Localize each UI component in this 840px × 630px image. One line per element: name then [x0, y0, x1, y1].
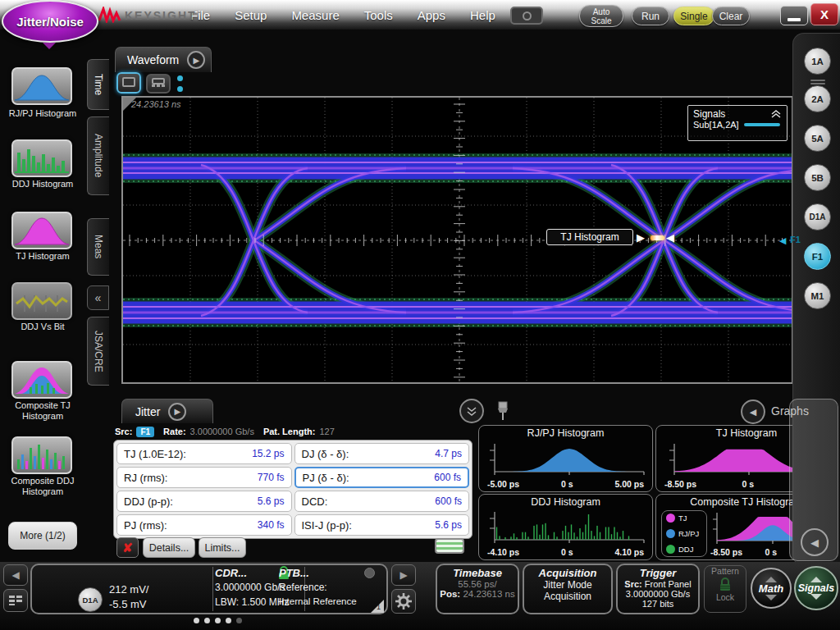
waveform-tab-menu-button[interactable]: ▶	[187, 51, 205, 69]
more-pages-button[interactable]: More (1/2)	[8, 522, 77, 550]
result-cell-pj-rms[interactable]: PJ (rms):340 fs	[116, 514, 292, 536]
close-button[interactable]: X	[810, 3, 838, 25]
menu-tools[interactable]: Tools	[364, 8, 393, 22]
status-nav-left-button[interactable]: ◀	[3, 564, 28, 586]
menu-apps[interactable]: Apps	[418, 8, 445, 22]
sidebar-item-tj-histogram[interactable]	[11, 212, 72, 249]
channel-m1-button[interactable]: M1	[804, 282, 831, 309]
graphs-panel-arrow-button[interactable]: ◀	[741, 399, 765, 424]
multi-view-layout-button[interactable]	[146, 74, 171, 94]
trigger-panel[interactable]: Trigger Src: Front Panel 3.0000000 Gb/s …	[616, 564, 700, 614]
graphs-tab-label[interactable]: Graphs	[771, 404, 809, 418]
cdr-panel-title[interactable]: CDR...	[215, 567, 247, 579]
rate-value: 3.0000000 Gb/s	[190, 427, 254, 436]
timebase-title: Timebase	[437, 567, 518, 579]
result-cell-dcd[interactable]: DCD:600 fs	[294, 491, 470, 512]
channel-1a-button[interactable]: 1A	[804, 48, 831, 75]
tab-amplitude[interactable]: Amplitude	[87, 116, 109, 195]
clear-button[interactable]: Clear	[712, 7, 750, 25]
slide-panel-arrow-button[interactable]: ◀	[801, 528, 829, 556]
pattern-length-value: 127	[319, 427, 334, 436]
sidebar-item-rjpj-histogram[interactable]	[11, 67, 72, 105]
ptb-status-dot-icon	[364, 568, 375, 578]
channel-2a-button[interactable]: 2A	[804, 85, 831, 112]
run-button[interactable]: Run	[632, 7, 669, 25]
ddj-histogram-chart	[483, 507, 647, 545]
sidebar-label: Composite TJ Histogram	[0, 400, 85, 422]
acquisition-title: Acquisition	[524, 567, 611, 579]
sidebar-collapse-button[interactable]: «	[87, 285, 109, 310]
jitter-noise-mode-button[interactable]: Jitter/Noise	[2, 0, 98, 43]
result-cell-tj[interactable]: TJ (1.0E-12):15.2 ps	[116, 443, 292, 464]
chart-card-rjpj-histogram[interactable]: RJ/PJ Histogram -5.00 ps0 s5.00 ps	[478, 425, 653, 492]
details-button[interactable]: Details...	[143, 537, 195, 558]
sidebar-item-composite-ddj-histogram[interactable]	[11, 436, 72, 474]
sidebar-item-ddj-vs-bit[interactable]	[11, 282, 72, 320]
result-cell-pj-dd[interactable]: PJ (δ - δ):600 fs	[294, 467, 470, 488]
channel-5a-button[interactable]: 5A	[804, 125, 831, 152]
result-cell-ddj[interactable]: DDJ (p-p):5.6 ps	[116, 491, 292, 512]
acquisition-panel[interactable]: Acquisition Jitter Mode Acquisition	[523, 564, 613, 614]
sidebar-item-composite-tj-histogram[interactable]	[11, 361, 72, 399]
f1-trace-marker-label: F1	[790, 235, 801, 244]
src-f1-badge[interactable]: F1	[136, 427, 154, 437]
signals-button[interactable]: Signals	[794, 566, 838, 610]
jitter-tab[interactable]: Jitter ▶	[121, 399, 213, 423]
pattern-length-label: Pat. Length:	[263, 427, 316, 436]
channel-d1a-button[interactable]: D1A	[804, 203, 831, 231]
ptb-corner-number: 1	[377, 603, 381, 611]
ptb-panel-title[interactable]: PTB...	[279, 567, 309, 579]
result-cell-rj[interactable]: RJ (rms):770 fs	[116, 467, 292, 488]
menu-setup[interactable]: Setup	[235, 8, 267, 22]
status-grid-view-button[interactable]	[3, 589, 28, 612]
jitter-tab-menu-button[interactable]: ▶	[168, 403, 186, 421]
minimize-button[interactable]	[780, 6, 808, 25]
sidebar-label: Composite DDJ Histogram	[0, 476, 85, 497]
pattern-lock-panel[interactable]: Pattern Lock	[704, 565, 746, 613]
channel-f1-button[interactable]: F1	[804, 243, 831, 270]
tj-legend-dot-icon	[666, 514, 675, 523]
timebase-position: 24.23613 ns	[463, 589, 514, 599]
clear-results-button[interactable]: ✘	[116, 537, 139, 558]
tab-meas[interactable]: Meas	[87, 218, 109, 276]
waveform-tab-label: Waveform	[127, 53, 179, 66]
tab-time[interactable]: Time	[87, 59, 109, 110]
sidebar-item-ddj-histogram[interactable]	[11, 139, 72, 177]
status-d1a-button[interactable]: D1A	[78, 587, 103, 612]
result-cell-dj[interactable]: DJ (δ - δ):4.7 ps	[294, 443, 470, 464]
chart-xticks: -4.10 ps0 s4.10 ps	[487, 547, 644, 557]
math-up-arrow-icon	[765, 577, 777, 582]
tab-jsa-cre[interactable]: JSA/CRE	[87, 317, 109, 386]
pattern-lock-icon	[719, 577, 732, 591]
collapse-results-button[interactable]	[459, 399, 484, 423]
layout-dot-indicator-icon	[177, 75, 183, 81]
menu-measure[interactable]: Measure	[291, 8, 339, 22]
signals-legend[interactable]: Signals Sub[1A,2A]	[687, 105, 788, 141]
screenshot-camera-button[interactable]	[510, 7, 543, 25]
marker-arrow-right-icon: ▶	[637, 232, 645, 243]
menu-help[interactable]: Help	[470, 8, 495, 22]
d1a-offset-value: -5.5 mV	[109, 598, 147, 610]
timebase-panel[interactable]: Timebase 55.56 ps/ Pos: 24.23613 ns	[436, 564, 519, 614]
status-settings-gear-button[interactable]	[391, 589, 416, 614]
chart-title: DDJ Histogram	[479, 496, 652, 508]
cdr-lbw-value: LBW: 1.500 MHz	[215, 596, 289, 608]
legend-title: Signals	[693, 108, 725, 120]
status-page-dots[interactable]	[194, 618, 242, 623]
pin-icon[interactable]	[495, 400, 510, 422]
single-view-layout-button[interactable]	[116, 72, 141, 94]
jitter-tab-label: Jitter	[135, 405, 160, 418]
math-button[interactable]: Math	[751, 568, 792, 609]
auto-scale-button[interactable]: AutoScale	[579, 5, 623, 27]
chart-card-ddj-histogram[interactable]: DDJ Histogram -4.10 ps0 s4.10 ps	[478, 494, 653, 560]
sidebar-label: RJ/PJ Histogram	[0, 108, 85, 119]
legend-collapse-icon[interactable]	[770, 110, 782, 118]
status-nav-right-button[interactable]: ▶	[391, 564, 416, 586]
limits-button[interactable]: Limits...	[199, 537, 246, 558]
tj-histogram-callout[interactable]: TJ Histogram	[546, 229, 633, 245]
waveform-tab[interactable]: Waveform ▶	[115, 47, 212, 72]
channel-5b-button[interactable]: 5B	[804, 164, 831, 191]
crossing-histogram-marker	[651, 235, 664, 240]
single-button[interactable]: Single	[673, 7, 714, 25]
result-cell-isij[interactable]: ISI-J (p-p):5.6 ps	[294, 514, 470, 536]
